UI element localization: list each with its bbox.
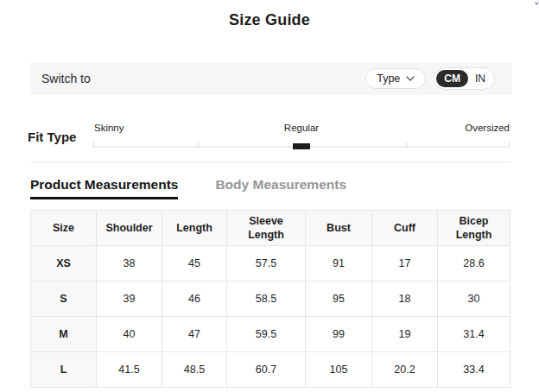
fit-option-oversized: Oversized <box>465 123 510 133</box>
slider-tick <box>509 142 510 148</box>
switch-bar: Switch to Type CM IN <box>30 62 512 95</box>
column-header: Cuff <box>372 211 438 246</box>
unit-toggle: CM IN <box>434 67 495 90</box>
fit-type-label: Fit Type <box>28 130 76 144</box>
measurement-cell: 31.4 <box>438 317 510 352</box>
column-header: Bust <box>306 211 372 246</box>
fit-type-slider[interactable]: Skinny Regular Oversized <box>93 123 510 149</box>
tab-product-measurements[interactable]: Product Measurements <box>30 177 178 199</box>
measurement-cell: 17 <box>372 246 438 281</box>
column-header: Size <box>31 211 97 246</box>
table-header-row: Size Shoulder Length Sleeve Length Bust … <box>31 211 510 246</box>
section-divider <box>30 161 511 162</box>
measurement-cell: 95 <box>306 281 372 317</box>
measurement-cell: 40 <box>97 317 162 352</box>
measurement-cell: 19 <box>372 317 438 352</box>
page-title: Size Guide <box>0 11 539 29</box>
measurement-cell: 60.7 <box>227 352 306 388</box>
type-dropdown-label: Type <box>377 73 400 85</box>
measurement-cell: 28.6 <box>438 246 510 281</box>
measurement-cell: 48.5 <box>162 352 227 388</box>
measurement-cell: 91 <box>306 246 372 281</box>
table-row: XS 38 45 57.5 91 17 28.6 <box>31 246 510 281</box>
switch-to-label: Switch to <box>41 72 91 85</box>
resize-icon[interactable]: ⤢ <box>535 0 539 6</box>
column-header: Sleeve Length <box>227 211 306 246</box>
slider-tick <box>406 142 407 148</box>
slider-tick <box>93 142 94 148</box>
slider-tick <box>198 142 199 148</box>
measurement-cell: 33.4 <box>438 352 510 388</box>
fit-option-skinny: Skinny <box>94 123 124 133</box>
size-guide-dialog: { "window": { "title": "Size Guide", "re… <box>0 0 539 392</box>
unit-option-cm[interactable]: CM <box>436 70 468 87</box>
measurement-cell: 99 <box>306 317 372 352</box>
column-header: Bicep Length <box>438 211 510 246</box>
measurement-cell: 59.5 <box>227 317 306 352</box>
measurement-cell: 46 <box>162 281 227 317</box>
measurement-cell: 58.5 <box>227 281 306 317</box>
measurements-table: Size Shoulder Length Sleeve Length Bust … <box>30 210 510 388</box>
measurement-cell: 38 <box>97 246 162 281</box>
size-cell: L <box>31 352 97 388</box>
measurement-cell: 20.2 <box>372 352 438 388</box>
column-header: Shoulder <box>97 211 162 246</box>
table-row: S 39 46 58.5 95 18 30 <box>31 281 510 317</box>
chevron-down-icon <box>406 76 415 81</box>
measurement-cell: 45 <box>162 246 227 281</box>
size-cell: XS <box>31 246 97 281</box>
table-row: L 41.5 48.5 60.7 105 20.2 33.4 <box>31 352 510 388</box>
measurement-cell: 30 <box>438 281 510 317</box>
measurement-cell: 47 <box>162 317 227 352</box>
measurement-cell: 41.5 <box>97 352 162 388</box>
switch-controls: Type CM IN <box>365 67 495 90</box>
size-cell: S <box>31 281 97 317</box>
tab-body-measurements[interactable]: Body Measurements <box>215 177 346 199</box>
slider-handle[interactable] <box>293 143 310 149</box>
measurement-cell: 105 <box>306 352 372 388</box>
type-dropdown[interactable]: Type <box>365 68 426 89</box>
fit-option-regular: Regular <box>284 123 319 133</box>
column-header: Length <box>162 211 227 246</box>
unit-option-in[interactable]: IN <box>468 70 492 87</box>
measurement-cell: 57.5 <box>227 246 306 281</box>
measurement-cell: 39 <box>97 281 162 317</box>
measurement-tabs: Product Measurements Body Measurements <box>30 177 346 199</box>
measurement-cell: 18 <box>372 281 438 317</box>
table-row: M 40 47 59.5 99 19 31.4 <box>31 317 510 352</box>
size-cell: M <box>31 317 97 352</box>
